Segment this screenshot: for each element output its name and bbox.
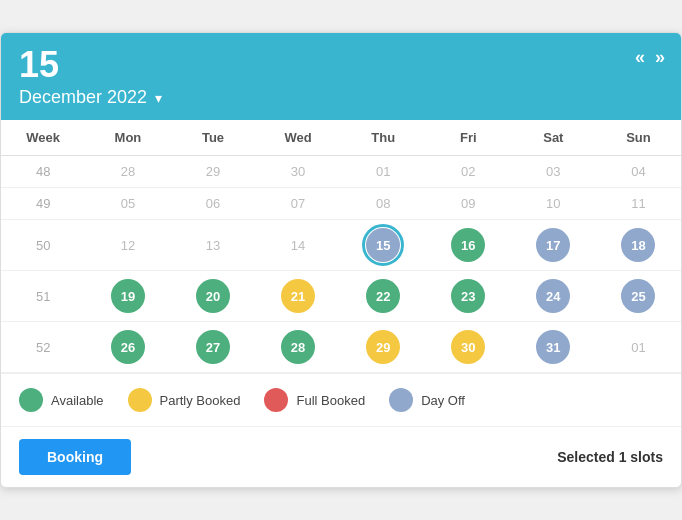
col-week: Week bbox=[1, 120, 85, 156]
day-plain: 09 bbox=[461, 196, 475, 211]
calendar-day-cell[interactable]: 07 bbox=[256, 188, 341, 220]
calendar-day-cell[interactable]: 13 bbox=[170, 220, 255, 271]
col-sat: Sat bbox=[511, 120, 596, 156]
legend-dot bbox=[264, 388, 288, 412]
calendar-day-cell[interactable]: 03 bbox=[511, 156, 596, 188]
day-circle-available[interactable]: 19 bbox=[111, 279, 145, 313]
calendar-day-cell[interactable]: 11 bbox=[596, 188, 681, 220]
header-day-number: 15 bbox=[19, 47, 663, 83]
week-number: 48 bbox=[1, 156, 85, 188]
day-circle-available[interactable]: 23 bbox=[451, 279, 485, 313]
calendar-day-cell[interactable]: 01 bbox=[596, 322, 681, 373]
legend-dot bbox=[389, 388, 413, 412]
day-circle-dayoff[interactable]: 18 bbox=[621, 228, 655, 262]
calendar-day-cell[interactable]: 01 bbox=[341, 156, 426, 188]
day-circle-partly[interactable]: 30 bbox=[451, 330, 485, 364]
calendar-day-cell[interactable]: 25 bbox=[596, 271, 681, 322]
day-plain: 30 bbox=[291, 164, 305, 179]
day-plain: 07 bbox=[291, 196, 305, 211]
day-circle-partly[interactable]: 21 bbox=[281, 279, 315, 313]
legend-item: Available bbox=[19, 388, 104, 412]
week-number: 52 bbox=[1, 322, 85, 373]
day-circle-partly[interactable]: 29 bbox=[366, 330, 400, 364]
legend-item: Day Off bbox=[389, 388, 465, 412]
day-plain: 12 bbox=[121, 238, 135, 253]
calendar-day-cell[interactable]: 10 bbox=[511, 188, 596, 220]
col-tue: Tue bbox=[170, 120, 255, 156]
day-plain: 01 bbox=[631, 340, 645, 355]
calendar-day-cell[interactable]: 14 bbox=[256, 220, 341, 271]
table-row: 4828293001020304 bbox=[1, 156, 681, 188]
calendar-day-cell[interactable]: 05 bbox=[85, 188, 170, 220]
day-plain: 06 bbox=[206, 196, 220, 211]
col-thu: Thu bbox=[341, 120, 426, 156]
day-plain: 11 bbox=[631, 196, 645, 211]
col-mon: Mon bbox=[85, 120, 170, 156]
calendar-day-cell[interactable]: 06 bbox=[170, 188, 255, 220]
day-circle-available[interactable]: 26 bbox=[111, 330, 145, 364]
table-row: 5226272829303101 bbox=[1, 322, 681, 373]
day-circle-available[interactable]: 16 bbox=[451, 228, 485, 262]
col-fri: Fri bbox=[426, 120, 511, 156]
calendar-day-cell[interactable]: 04 bbox=[596, 156, 681, 188]
legend-dot bbox=[128, 388, 152, 412]
legend-dot bbox=[19, 388, 43, 412]
calendar-day-cell[interactable]: 20 bbox=[170, 271, 255, 322]
calendar-day-cell[interactable]: 12 bbox=[85, 220, 170, 271]
calendar-header-row: Week Mon Tue Wed Thu Fri Sat Sun bbox=[1, 120, 681, 156]
calendar-day-cell[interactable]: 15 bbox=[341, 220, 426, 271]
calendar-day-cell[interactable]: 22 bbox=[341, 271, 426, 322]
day-circle-available[interactable]: 20 bbox=[196, 279, 230, 313]
table-row: 5119202122232425 bbox=[1, 271, 681, 322]
nav-prev-button[interactable]: « bbox=[635, 47, 645, 68]
calendar-day-cell[interactable]: 27 bbox=[170, 322, 255, 373]
day-circle-dayoff[interactable]: 25 bbox=[621, 279, 655, 313]
calendar-day-cell[interactable]: 23 bbox=[426, 271, 511, 322]
calendar-day-cell[interactable]: 31 bbox=[511, 322, 596, 373]
day-plain: 01 bbox=[376, 164, 390, 179]
calendar-day-cell[interactable]: 26 bbox=[85, 322, 170, 373]
day-circle-available[interactable]: 27 bbox=[196, 330, 230, 364]
booking-button[interactable]: Booking bbox=[19, 439, 131, 475]
header-month-row: December 2022 ▾ bbox=[19, 87, 663, 108]
legend-item: Partly Booked bbox=[128, 388, 241, 412]
day-plain: 05 bbox=[121, 196, 135, 211]
calendar-day-cell[interactable]: 17 bbox=[511, 220, 596, 271]
day-plain: 29 bbox=[206, 164, 220, 179]
day-plain: 13 bbox=[206, 238, 220, 253]
day-circle-available[interactable]: 28 bbox=[281, 330, 315, 364]
calendar-day-cell[interactable]: 29 bbox=[341, 322, 426, 373]
calendar-day-cell[interactable]: 09 bbox=[426, 188, 511, 220]
calendar-day-cell[interactable]: 18 bbox=[596, 220, 681, 271]
selected-slots-text: Selected 1 slots bbox=[557, 449, 663, 465]
nav-next-button[interactable]: » bbox=[655, 47, 665, 68]
day-plain: 14 bbox=[291, 238, 305, 253]
header-month-label: December 2022 bbox=[19, 87, 147, 108]
calendar-day-cell[interactable]: 29 bbox=[170, 156, 255, 188]
legend-label: Full Booked bbox=[296, 393, 365, 408]
calendar-day-cell[interactable]: 02 bbox=[426, 156, 511, 188]
day-circle-dayoff[interactable]: 31 bbox=[536, 330, 570, 364]
calendar-day-cell[interactable]: 16 bbox=[426, 220, 511, 271]
calendar-day-cell[interactable]: 21 bbox=[256, 271, 341, 322]
week-number: 50 bbox=[1, 220, 85, 271]
calendar-day-cell[interactable]: 30 bbox=[256, 156, 341, 188]
day-plain: 03 bbox=[546, 164, 560, 179]
chevron-down-icon[interactable]: ▾ bbox=[155, 90, 162, 106]
day-circle-dayoff[interactable]: 17 bbox=[536, 228, 570, 262]
calendar-grid: Week Mon Tue Wed Thu Fri Sat Sun 4828293… bbox=[1, 120, 681, 373]
calendar-header: 15 December 2022 ▾ « » bbox=[1, 33, 681, 120]
legend-row: AvailablePartly BookedFull BookedDay Off bbox=[1, 373, 681, 426]
day-circle-available[interactable]: 22 bbox=[366, 279, 400, 313]
calendar-day-cell[interactable]: 08 bbox=[341, 188, 426, 220]
day-circle-selected-today[interactable]: 15 bbox=[366, 228, 400, 262]
calendar-day-cell[interactable]: 28 bbox=[85, 156, 170, 188]
col-wed: Wed bbox=[256, 120, 341, 156]
day-plain: 04 bbox=[631, 164, 645, 179]
calendar-day-cell[interactable]: 30 bbox=[426, 322, 511, 373]
calendar-day-cell[interactable]: 24 bbox=[511, 271, 596, 322]
calendar-day-cell[interactable]: 28 bbox=[256, 322, 341, 373]
day-circle-dayoff[interactable]: 24 bbox=[536, 279, 570, 313]
day-plain: 02 bbox=[461, 164, 475, 179]
calendar-day-cell[interactable]: 19 bbox=[85, 271, 170, 322]
